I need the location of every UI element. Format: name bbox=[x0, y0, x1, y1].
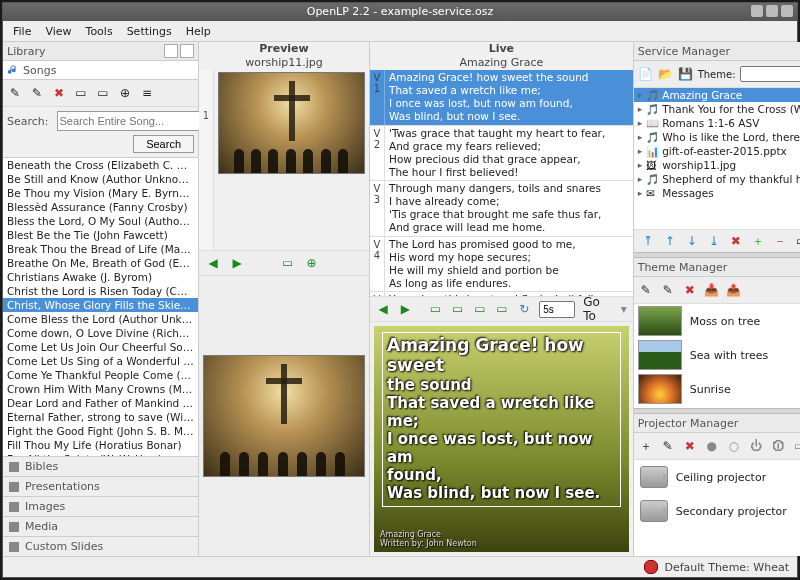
preview-song-button[interactable]: ▭ bbox=[73, 85, 89, 101]
song-row[interactable]: Be Still and Know (Author Unknown) bbox=[3, 172, 198, 186]
theme-row[interactable]: Sea with trees bbox=[634, 338, 800, 372]
live-lyrics-list[interactable]: V 1Amazing Grace! how sweet the soundTha… bbox=[370, 70, 633, 296]
search-input[interactable] bbox=[57, 111, 201, 131]
verse-block[interactable]: V 1Amazing Grace! how sweet the soundTha… bbox=[370, 70, 633, 126]
edit-song-button[interactable]: ✎ bbox=[29, 85, 45, 101]
proj-delete-button[interactable]: ✖ bbox=[682, 438, 698, 454]
svc-bottom-button[interactable]: ⤓ bbox=[706, 233, 722, 249]
projector-row[interactable]: Secondary projector bbox=[634, 494, 800, 528]
song-row[interactable]: Bless the Lord, O My Soul (Author Unknow… bbox=[3, 214, 198, 228]
song-row[interactable]: Christians Awake (J. Byrom) bbox=[3, 270, 198, 284]
service-save-button[interactable]: 💾 bbox=[678, 66, 694, 82]
verse-block[interactable]: V 3Through many dangers, toils and snare… bbox=[370, 181, 633, 237]
song-row[interactable]: Come Let Us Join Our Cheerful Songs (Isa… bbox=[3, 340, 198, 354]
library-close-button[interactable] bbox=[180, 44, 194, 58]
song-row[interactable]: Come Ye Thankful People Come (Henry Alfo… bbox=[3, 368, 198, 382]
proj-disconnect-button[interactable]: ○ bbox=[726, 438, 742, 454]
service-item[interactable]: ▸🎵Thank You for the Cross (Worthy is the… bbox=[634, 102, 800, 116]
accordion-images[interactable]: Images bbox=[3, 496, 198, 516]
svc-down-button[interactable]: ↓ bbox=[684, 233, 700, 249]
menu-tools[interactable]: Tools bbox=[80, 23, 119, 40]
theme-export-button[interactable]: 📤 bbox=[726, 282, 742, 298]
theme-row[interactable]: Sunrise bbox=[634, 372, 800, 406]
accordion-bibles[interactable]: Bibles bbox=[3, 456, 198, 476]
library-tab-songs[interactable]: Songs bbox=[23, 64, 56, 77]
song-row[interactable]: Blest Be the Tie (John Fawcett) bbox=[3, 228, 198, 242]
svc-top-button[interactable]: ⤒ bbox=[640, 233, 656, 249]
song-row[interactable]: Christ, Whose Glory Fills the Skies (Cha… bbox=[3, 298, 198, 312]
svc-delete-button[interactable]: ✖ bbox=[728, 233, 744, 249]
song-row[interactable]: Come down, O Love Divine (Richard F. Lit… bbox=[3, 326, 198, 340]
service-item[interactable]: ▸🎵Who is like the Lord, there is no one bbox=[634, 130, 800, 144]
send-live-button[interactable]: ▭ bbox=[95, 85, 111, 101]
song-row[interactable]: Fight the Good Fight (John S. B. Monsell… bbox=[3, 424, 198, 438]
menu-view[interactable]: View bbox=[39, 23, 77, 40]
proj-poweroff-button[interactable]: ⏼ bbox=[770, 438, 786, 454]
live-desktop-button[interactable]: ▭ bbox=[473, 301, 487, 317]
add-song-button[interactable]: ✎ bbox=[7, 85, 23, 101]
search-button[interactable]: Search bbox=[133, 135, 194, 153]
svc-up-button[interactable]: ↑ bbox=[662, 233, 678, 249]
accordion-media[interactable]: Media bbox=[3, 516, 198, 536]
preview-prev-button[interactable]: ◀ bbox=[205, 255, 221, 271]
service-item[interactable]: ▸🖼worship11.jpg bbox=[634, 158, 800, 172]
preview-show-button[interactable]: ▭ bbox=[280, 255, 296, 271]
song-row[interactable]: Crown Him With Many Crowns (Matthew Brid… bbox=[3, 382, 198, 396]
preview-thumbnail[interactable] bbox=[218, 72, 365, 174]
verse-block[interactable]: V 4The Lord has promised good to me,His … bbox=[370, 237, 633, 293]
proj-poweron-button[interactable]: ⏻ bbox=[748, 438, 764, 454]
proj-blank-button[interactable]: ▭ bbox=[792, 438, 800, 454]
theme-row[interactable]: Moss on tree bbox=[634, 304, 800, 338]
song-row[interactable]: Beneath the Cross (Elizabeth C. Clephane… bbox=[3, 158, 198, 172]
window-maximize-button[interactable] bbox=[766, 5, 778, 17]
service-theme-select[interactable] bbox=[740, 66, 800, 82]
song-row[interactable]: Be Thou my Vision (Mary E. Byrne and Ele… bbox=[3, 186, 198, 200]
live-goto-button[interactable]: Go To bbox=[583, 295, 612, 323]
song-row[interactable]: Come Let Us Sing of a Wonderful Love (Ro… bbox=[3, 354, 198, 368]
live-loop-button[interactable]: ↻ bbox=[517, 301, 531, 317]
service-open-button[interactable]: 📂 bbox=[658, 66, 674, 82]
projector-row[interactable]: Ceiling projector bbox=[634, 460, 800, 494]
add-to-service-button[interactable]: ⊕ bbox=[117, 85, 133, 101]
delete-song-button[interactable]: ✖ bbox=[51, 85, 67, 101]
theme-delete-button[interactable]: ✖ bbox=[682, 282, 698, 298]
service-item[interactable]: ▸✉Messages bbox=[634, 186, 800, 200]
svc-expand-button[interactable]: ＋ bbox=[750, 233, 766, 249]
live-prev-button[interactable]: ◀ bbox=[376, 301, 390, 317]
window-close-button[interactable] bbox=[781, 5, 793, 17]
song-row[interactable]: Break Thou the Bread of Life (Mary A. La… bbox=[3, 242, 198, 256]
menu-file[interactable]: File bbox=[7, 23, 37, 40]
song-row[interactable]: Fill Thou My Life (Horatius Bonar) bbox=[3, 438, 198, 452]
proj-edit-button[interactable]: ✎ bbox=[660, 438, 676, 454]
service-new-button[interactable]: 📄 bbox=[638, 66, 654, 82]
service-item[interactable]: ▸🎵Shepherd of my thankful heart (Shepher… bbox=[634, 172, 800, 186]
svc-collapse-button[interactable]: － bbox=[772, 233, 788, 249]
service-item[interactable]: ▸🎵Amazing Grace bbox=[634, 88, 800, 102]
songs-list[interactable]: Beneath the Cross (Elizabeth C. Clephane… bbox=[3, 157, 198, 456]
preview-add-button[interactable]: ⊕ bbox=[304, 255, 320, 271]
accordion-custom-slides[interactable]: Custom Slides bbox=[3, 536, 198, 556]
theme-list[interactable]: Moss on treeSea with treesSunrise bbox=[634, 304, 800, 408]
live-delay-input[interactable] bbox=[539, 301, 575, 318]
theme-import-button[interactable]: 📥 bbox=[704, 282, 720, 298]
live-theme-button[interactable]: ▭ bbox=[451, 301, 465, 317]
maintain-button[interactable]: ≡ bbox=[139, 85, 155, 101]
accordion-presentations[interactable]: Presentations bbox=[3, 476, 198, 496]
song-row[interactable]: Breathe On Me, Breath of God (Edwin Hatc… bbox=[3, 256, 198, 270]
library-undock-button[interactable] bbox=[164, 44, 178, 58]
service-item[interactable]: ▸📖Romans 1:1-6 ASV bbox=[634, 116, 800, 130]
song-row[interactable]: Christ the Lord is Risen Today (Charles … bbox=[3, 284, 198, 298]
preview-next-button[interactable]: ▶ bbox=[229, 255, 245, 271]
theme-edit-button[interactable]: ✎ bbox=[660, 282, 676, 298]
song-row[interactable]: Blessèd Assurance (Fanny Crosby) bbox=[3, 200, 198, 214]
song-row[interactable]: Come Bless the Lord (Author Unknown) bbox=[3, 312, 198, 326]
projector-list[interactable]: Ceiling projectorSecondary projector bbox=[634, 460, 800, 556]
live-next-button[interactable]: ▶ bbox=[398, 301, 412, 317]
svc-live-button[interactable]: ▭ bbox=[794, 233, 800, 249]
live-show-button[interactable]: ▭ bbox=[495, 301, 509, 317]
window-minimize-button[interactable] bbox=[751, 5, 763, 17]
proj-connect-button[interactable]: ● bbox=[704, 438, 720, 454]
menu-help[interactable]: Help bbox=[180, 23, 217, 40]
service-item[interactable]: ▸📊gift-of-easter-2015.pptx bbox=[634, 144, 800, 158]
song-row[interactable]: Dear Lord and Father of Mankind (John G.… bbox=[3, 396, 198, 410]
